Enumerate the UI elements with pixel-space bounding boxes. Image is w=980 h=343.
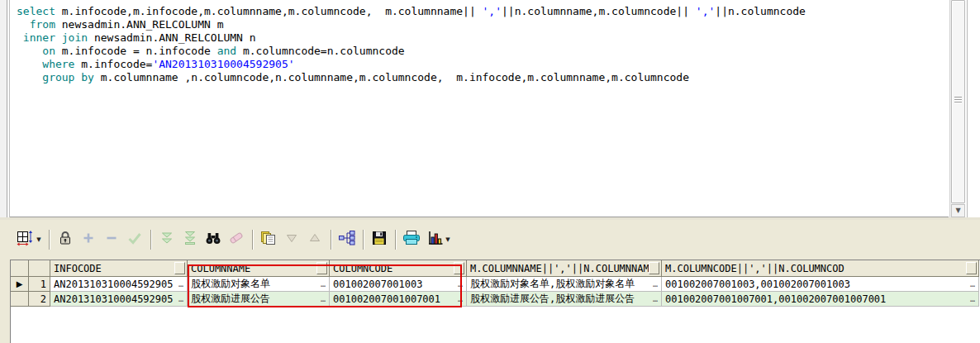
copy-results-button[interactable] — [258, 229, 279, 250]
dropdown-caret-icon[interactable]: ▼ — [445, 236, 450, 243]
grid-cell[interactable]: 001002007001007001,001002007001007001… — [662, 292, 979, 307]
cell-expand-button[interactable]: … — [969, 279, 978, 288]
scrollbar-grip — [954, 97, 962, 103]
grid-cell[interactable]: AN201310310004592905… — [50, 277, 188, 292]
table-row[interactable]: 2AN201310310004592905…股权激励进展公告…001002007… — [11, 292, 980, 307]
post-changes-button — [124, 229, 145, 250]
grid-cell[interactable]: 股权激励对象名单… — [188, 277, 330, 292]
editor-vertical-scrollbar[interactable]: ▼ — [949, 0, 964, 217]
cell-value: 股权激励进展公告 — [188, 292, 320, 306]
next-result-button — [304, 229, 326, 250]
lock-icon — [57, 230, 74, 250]
table-row[interactable]: ▶1AN201310310004592905…股权激励对象名单…00100200… — [11, 277, 980, 292]
cell-value: 001002007001007001,001002007001007001 — [662, 293, 969, 305]
column-resize-handle[interactable] — [649, 262, 659, 274]
toolbar-separator — [252, 230, 253, 250]
minus-icon — [103, 230, 120, 250]
column-header-1[interactable]: INFOCODE — [50, 260, 188, 277]
column-header-label: COLUMNCODE — [330, 263, 454, 274]
check-icon — [126, 230, 143, 250]
cell-expand-button[interactable]: … — [320, 294, 329, 303]
print-results-button[interactable] — [401, 229, 422, 250]
grid-cell[interactable]: 001002007001003… — [330, 277, 467, 292]
grid-header-row: INFOCODECOLUMNNAMECOLUMNCODEM.COLUMNNAME… — [11, 260, 980, 277]
triangle-up-icon — [307, 230, 323, 250]
results-pane: ▼▼ INFOCODECOLUMNNAMECOLUMNCODEM.COLUMNN… — [0, 217, 980, 343]
toolbar-separator — [395, 230, 396, 250]
sql-line: on m.infocode = n.infocode and m.columnc… — [17, 45, 949, 58]
current-row-arrow-icon: ▶ — [17, 280, 23, 288]
find-button[interactable] — [202, 229, 224, 250]
results-toolbar: ▼▼ — [13, 227, 454, 252]
row-number: 1 — [29, 279, 50, 290]
row-number-cell[interactable]: 1 — [29, 277, 50, 292]
cell-expand-button[interactable]: … — [178, 294, 187, 303]
toolbar-separator — [331, 230, 331, 250]
cell-expand-button[interactable]: … — [969, 294, 978, 303]
cell-value: 001002007001003 — [330, 279, 457, 290]
printer-icon — [402, 230, 421, 250]
sql-line: select m.infocode,m.infocode,m.columnnam… — [17, 5, 949, 18]
cell-value: 股权激励进展公告,股权激励进展公告 — [467, 292, 652, 306]
copy-icon — [260, 230, 277, 250]
highlight-eraser-button — [226, 229, 247, 250]
binoculars-icon — [205, 230, 221, 250]
result-grid[interactable]: INFOCODECOLUMNNAMECOLUMNCODEM.COLUMNNAME… — [10, 260, 980, 343]
row-indicator-cell[interactable]: ▶ — [11, 277, 29, 292]
lock-records-button[interactable] — [55, 229, 76, 250]
cell-expand-button[interactable]: … — [457, 279, 466, 288]
column-header-label: M.COLUMNCODE||','||N.COLUMNCOD — [662, 263, 966, 274]
toolbar-separator — [49, 230, 50, 250]
cell-expand-button[interactable]: … — [652, 279, 661, 288]
grid-cell[interactable]: 001002007001003,001002007001003… — [662, 277, 979, 292]
toolbar-separator — [363, 230, 364, 250]
scrollbar-thumb[interactable] — [951, 0, 965, 203]
grid-corner-cell — [11, 260, 29, 277]
column-resize-handle[interactable] — [174, 262, 185, 274]
chart-icon — [427, 230, 444, 250]
chevrons-down-icon — [159, 230, 175, 250]
cell-value: 001002007001003,001002007001003 — [662, 279, 969, 290]
column-header-2[interactable]: COLUMNNAME — [188, 260, 330, 277]
column-header-3[interactable]: COLUMNCODE — [330, 260, 467, 277]
row-indicator-cell[interactable] — [11, 292, 29, 307]
dropdown-caret-icon[interactable]: ▼ — [36, 236, 40, 243]
delete-record-button — [101, 229, 122, 250]
grid-icon — [17, 230, 35, 250]
grid-cell[interactable]: AN201310310004592905… — [50, 292, 188, 307]
cell-value: 股权激励对象名单 — [188, 277, 320, 291]
insert-record-button — [78, 229, 99, 250]
column-resize-handle[interactable] — [316, 262, 327, 274]
row-number-cell[interactable]: 2 — [29, 292, 50, 307]
cell-expand-button[interactable]: … — [320, 279, 329, 288]
scroll-down-button[interactable]: ▼ — [951, 204, 965, 217]
cell-expand-button[interactable]: … — [178, 279, 187, 288]
cell-expand-button[interactable]: … — [652, 294, 661, 303]
grid-cell[interactable]: 股权激励对象名单,股权激励对象名单… — [467, 277, 662, 292]
column-header-5[interactable]: M.COLUMNCODE||','||N.COLUMNCOD — [662, 260, 979, 277]
grid-cell[interactable]: 股权激励进展公告,股权激励进展公告… — [467, 292, 662, 307]
chevrons-down-line-icon — [182, 230, 198, 250]
sql-code-text[interactable]: select m.infocode,m.infocode,m.columnnam… — [10, 0, 949, 84]
linked-query-button[interactable] — [336, 229, 358, 250]
tree-icon — [338, 230, 356, 250]
column-header-label: M.COLUMNNAME||','||N.COLUMNNAM — [467, 263, 649, 274]
column-resize-handle[interactable] — [454, 262, 464, 274]
grid-cell[interactable]: 001002007001007001… — [330, 292, 467, 307]
fetch-last-page-button — [179, 229, 201, 250]
cell-expand-button[interactable]: … — [457, 294, 466, 303]
eraser-icon — [228, 230, 245, 250]
sql-editor[interactable]: select m.infocode,m.infocode,m.columnnam… — [10, 0, 949, 217]
previous-result-button — [281, 229, 302, 250]
cell-value: AN201310310004592905 — [50, 279, 178, 290]
sql-line: from newsadmin.ANN_RELCOLUMN m — [17, 18, 949, 31]
cell-value: AN201310310004592905 — [50, 293, 178, 305]
column-header-4[interactable]: M.COLUMNNAME||','||N.COLUMNNAM — [467, 260, 662, 277]
row-number-header-cell — [29, 260, 50, 277]
save-results-button[interactable] — [369, 229, 390, 250]
grid-cell[interactable]: 股权激励进展公告… — [188, 292, 330, 307]
chart-results-button[interactable]: ▼ — [424, 229, 454, 250]
column-resize-handle[interactable] — [966, 262, 977, 274]
grid-mode-button[interactable]: ▼ — [14, 229, 44, 250]
sql-line: group by m.columnname ,n.columncode,n.co… — [17, 71, 949, 84]
